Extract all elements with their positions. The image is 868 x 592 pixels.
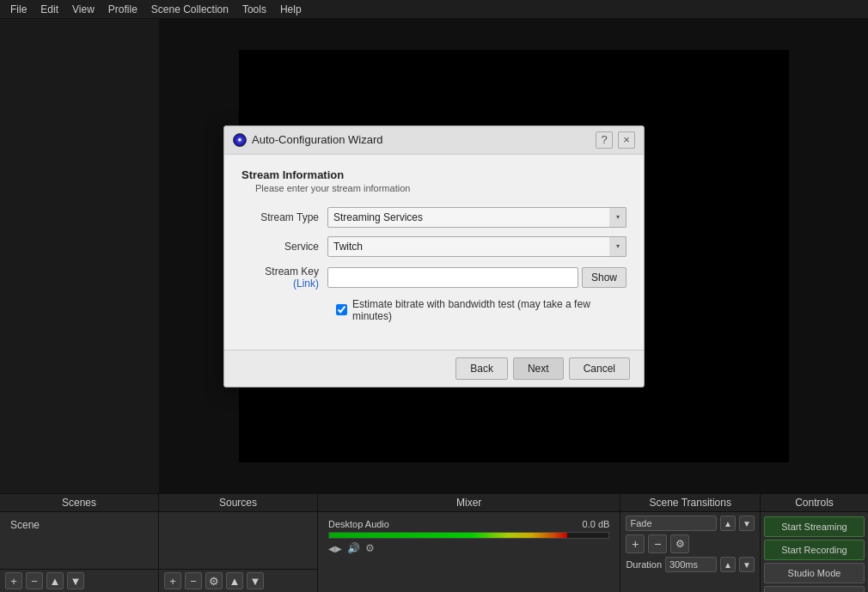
sources-remove-button[interactable]: − bbox=[185, 572, 202, 589]
controls-panel-header: Controls bbox=[761, 494, 868, 512]
transition-chevron-down[interactable]: ▼ bbox=[739, 516, 755, 531]
menu-profile[interactable]: Profile bbox=[101, 2, 144, 17]
dialog-titlebar: ● Auto-Configuration Wizard ? × bbox=[224, 126, 644, 155]
dialog-close-button[interactable]: × bbox=[618, 131, 635, 149]
stream-type-select[interactable]: Streaming Services Custom... bbox=[327, 207, 627, 228]
dialog-titlebar-left: ● Auto-Configuration Wizard bbox=[233, 133, 382, 147]
studio-mode-button[interactable]: Studio Mode bbox=[764, 563, 865, 583]
controls-panel-content: Start Streaming Start Recording Studio M… bbox=[761, 512, 868, 592]
duration-row: Duration ▲ ▼ bbox=[626, 557, 755, 572]
bandwidth-test-checkbox[interactable] bbox=[336, 304, 347, 315]
settings-button[interactable]: Settings bbox=[764, 586, 865, 592]
dialog-section-title: Stream Information bbox=[241, 168, 627, 181]
stream-key-row: Stream Key (Link) Show bbox=[241, 265, 627, 290]
duration-chevron-up[interactable]: ▲ bbox=[720, 557, 736, 572]
controls-panel: Controls Start Streaming Start Recording… bbox=[761, 494, 868, 592]
dialog-footer: Back Next Cancel bbox=[224, 350, 644, 387]
scenes-panel-content: Scene bbox=[0, 512, 158, 569]
service-label: Service bbox=[241, 241, 327, 253]
back-button[interactable]: Back bbox=[455, 357, 508, 380]
dialog-help-button[interactable]: ? bbox=[596, 131, 613, 149]
scenes-panel: Scenes Scene + − ▲ ▼ bbox=[0, 494, 159, 592]
menu-bar: File Edit View Profile Scene Collection … bbox=[0, 0, 868, 19]
dialog-title: Auto-Configuration Wizard bbox=[252, 133, 382, 146]
scenes-add-button[interactable]: + bbox=[5, 572, 22, 589]
stream-type-select-wrapper: Streaming Services Custom... ▾ bbox=[327, 207, 627, 228]
service-row: Service Twitch YouTube Facebook Live ▾ bbox=[241, 236, 627, 257]
scenes-down-button[interactable]: ▼ bbox=[67, 572, 84, 589]
transition-add-button[interactable]: + bbox=[626, 534, 645, 553]
mixer-panel: Mixer Desktop Audio 0.0 dB ◀▶ 🔊 ⚙ bbox=[318, 494, 620, 592]
transitions-panel-content: Fade Cut Slide ▲ ▼ + − ⚙ Duration ▲ ▼ bbox=[620, 512, 760, 592]
scenes-remove-button[interactable]: − bbox=[26, 572, 43, 589]
sources-settings-button[interactable]: ⚙ bbox=[205, 572, 223, 589]
service-select-wrapper: Twitch YouTube Facebook Live ▾ bbox=[327, 236, 627, 257]
transition-type-select[interactable]: Fade Cut Slide bbox=[626, 516, 717, 531]
stream-type-label: Stream Type bbox=[241, 211, 327, 223]
transitions-panel: Scene Transitions Fade Cut Slide ▲ ▼ + −… bbox=[620, 494, 761, 592]
stream-key-link[interactable]: (Link) bbox=[293, 278, 319, 290]
service-select[interactable]: Twitch YouTube Facebook Live bbox=[327, 236, 627, 257]
sources-panel: Sources + − ⚙ ▲ ▼ bbox=[159, 494, 318, 592]
stream-key-input-wrap: Show bbox=[327, 267, 627, 288]
mixer-channel-name: Desktop Audio bbox=[328, 519, 389, 529]
sources-down-button[interactable]: ▼ bbox=[247, 572, 264, 589]
dialog-section-subtitle: Please enter your stream information bbox=[255, 183, 627, 193]
scene-item[interactable]: Scene bbox=[3, 516, 155, 534]
volume-slider-thumb[interactable]: ◀▶ bbox=[328, 544, 342, 553]
mixer-channel-header: Desktop Audio 0.0 dB bbox=[328, 519, 609, 529]
mixer-panel-header: Mixer bbox=[318, 494, 620, 512]
transition-select-row: Fade Cut Slide ▲ ▼ bbox=[626, 516, 755, 531]
mute-icon[interactable]: 🔊 bbox=[347, 542, 360, 554]
mixer-settings-icon[interactable]: ⚙ bbox=[365, 542, 375, 554]
menu-edit[interactable]: Edit bbox=[34, 2, 65, 17]
sources-panel-header: Sources bbox=[159, 494, 317, 512]
transition-buttons: + − ⚙ bbox=[626, 534, 755, 553]
start-streaming-button[interactable]: Start Streaming bbox=[764, 516, 865, 537]
level-bar-fill bbox=[329, 533, 567, 538]
sources-up-button[interactable]: ▲ bbox=[226, 572, 243, 589]
sources-panel-content bbox=[159, 512, 317, 569]
scenes-toolbar: + − ▲ ▼ bbox=[0, 569, 158, 592]
sources-add-button[interactable]: + bbox=[164, 572, 181, 589]
bottom-bar: Scenes Scene + − ▲ ▼ Sources + − ⚙ ▲ ▼ M… bbox=[0, 493, 868, 592]
bandwidth-test-row: Estimate bitrate with bandwidth test (ma… bbox=[336, 298, 627, 322]
duration-chevron-down[interactable]: ▼ bbox=[739, 557, 755, 572]
stream-type-row: Stream Type Streaming Services Custom...… bbox=[241, 207, 627, 228]
dialog-body: Stream Information Please enter your str… bbox=[224, 155, 644, 350]
bandwidth-test-label: Estimate bitrate with bandwidth test (ma… bbox=[352, 298, 627, 322]
next-button[interactable]: Next bbox=[513, 357, 564, 380]
scenes-panel-header: Scenes bbox=[0, 494, 158, 512]
mixer-channel-level: 0.0 dB bbox=[583, 519, 610, 529]
dialog-overlay: ● Auto-Configuration Wizard ? × Stream I… bbox=[0, 19, 868, 493]
level-bar bbox=[328, 532, 609, 539]
sources-toolbar: + − ⚙ ▲ ▼ bbox=[159, 569, 317, 592]
transitions-panel-header: Scene Transitions bbox=[620, 494, 760, 512]
obs-icon: ● bbox=[233, 133, 247, 147]
menu-scene-collection[interactable]: Scene Collection bbox=[144, 2, 235, 17]
start-recording-button[interactable]: Start Recording bbox=[764, 540, 865, 560]
stream-key-label: Stream Key (Link) bbox=[241, 265, 327, 290]
transition-settings-button[interactable]: ⚙ bbox=[670, 534, 689, 553]
mixer-icons: ◀▶ 🔊 ⚙ bbox=[328, 542, 609, 554]
scenes-up-button[interactable]: ▲ bbox=[46, 572, 64, 589]
dialog-titlebar-right: ? × bbox=[596, 131, 635, 149]
transition-remove-button[interactable]: − bbox=[648, 534, 667, 553]
auto-config-dialog: ● Auto-Configuration Wizard ? × Stream I… bbox=[223, 125, 645, 388]
duration-label: Duration bbox=[626, 559, 662, 570]
menu-file[interactable]: File bbox=[3, 2, 34, 17]
menu-tools[interactable]: Tools bbox=[235, 2, 273, 17]
duration-input[interactable] bbox=[665, 557, 717, 572]
transition-chevron-up[interactable]: ▲ bbox=[720, 516, 736, 531]
mixer-channel-desktop: Desktop Audio 0.0 dB ◀▶ 🔊 ⚙ bbox=[321, 516, 616, 558]
stream-key-input[interactable] bbox=[327, 267, 578, 288]
menu-help[interactable]: Help bbox=[273, 2, 309, 17]
show-stream-key-button[interactable]: Show bbox=[582, 267, 627, 288]
cancel-button[interactable]: Cancel bbox=[569, 357, 630, 380]
mixer-panel-content: Desktop Audio 0.0 dB ◀▶ 🔊 ⚙ bbox=[318, 512, 620, 592]
menu-view[interactable]: View bbox=[65, 2, 101, 17]
